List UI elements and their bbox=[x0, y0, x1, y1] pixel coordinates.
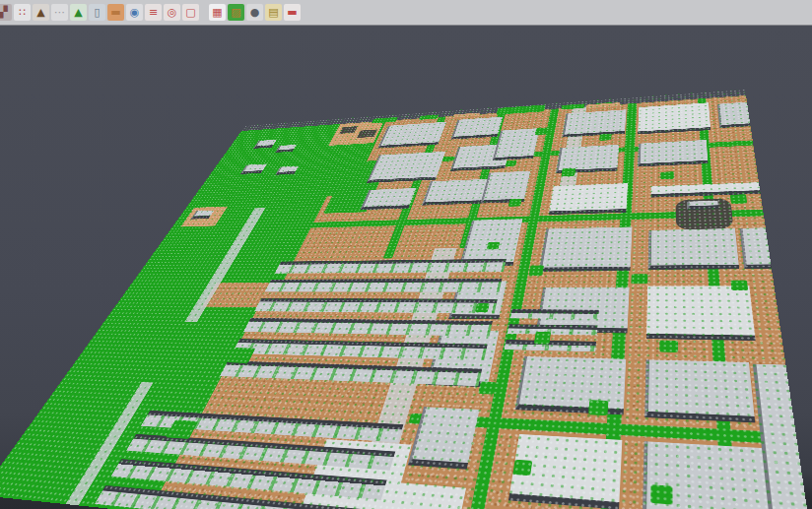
vegetation-patch bbox=[650, 484, 672, 504]
building-roof bbox=[562, 109, 626, 137]
building-roof bbox=[646, 286, 756, 341]
vegetation-patch bbox=[730, 281, 748, 291]
vegetation-patch bbox=[631, 274, 647, 284]
greenhouse-roof bbox=[510, 309, 599, 319]
classify-tool-icon[interactable]: ▞ bbox=[0, 4, 12, 21]
class-points-icon: ∷ bbox=[19, 4, 26, 21]
building-roof bbox=[481, 171, 531, 204]
building-roof bbox=[539, 226, 633, 271]
ground-patch-icon[interactable]: ▬ bbox=[107, 4, 124, 21]
class-points-icon[interactable]: ∷ bbox=[14, 4, 31, 21]
building-roof bbox=[717, 102, 751, 128]
vegetation-patch bbox=[478, 381, 496, 394]
building-roof bbox=[515, 356, 627, 414]
profile-lines-icon[interactable]: ≡ bbox=[145, 4, 162, 21]
classified-raster-icon[interactable]: ▨ bbox=[228, 4, 244, 21]
vegetation-patch bbox=[659, 341, 678, 352]
app-window: ▞∷▲⋯▲▯▬◉≡◎▢▦▨●▤▬ bbox=[0, 0, 812, 509]
vegetation-patch bbox=[535, 128, 549, 135]
vegetation-patch bbox=[730, 194, 747, 204]
building-roof bbox=[549, 183, 628, 215]
building-roof bbox=[493, 128, 540, 160]
greenhouse-roof bbox=[265, 279, 503, 292]
sphere-icon[interactable]: ● bbox=[246, 4, 263, 21]
vegetation-patch bbox=[588, 400, 608, 415]
vegetation-hill-icon: ▲ bbox=[74, 4, 82, 21]
sparse-points-icon: ⋯ bbox=[54, 4, 65, 21]
measure-sheet-icon[interactable]: ▤ bbox=[265, 4, 282, 21]
building-roof bbox=[648, 228, 740, 270]
target-circle-icon[interactable]: ◎ bbox=[164, 4, 180, 21]
vegetation-patch bbox=[660, 171, 673, 179]
select-region-icon: ▢ bbox=[185, 4, 195, 21]
ground-patch-icon: ▬ bbox=[110, 4, 120, 21]
vegetation-patch bbox=[512, 460, 532, 476]
grid-checker-icon[interactable]: ▦ bbox=[209, 4, 226, 21]
building-roof bbox=[451, 117, 503, 140]
vegetation-hill-icon[interactable]: ▲ bbox=[70, 4, 87, 21]
vegetation-patch bbox=[506, 159, 517, 165]
greenhouse-roof bbox=[254, 298, 498, 314]
building-slab-icon: ▯ bbox=[94, 4, 100, 21]
vegetation-patch bbox=[599, 134, 612, 141]
vegetation-patch bbox=[508, 199, 522, 207]
profile-lines-icon: ≡ bbox=[149, 4, 158, 21]
terrain-mound-icon[interactable]: ▲ bbox=[33, 4, 49, 21]
building-roof bbox=[360, 188, 416, 210]
main-toolbar: ▞∷▲⋯▲▯▬◉≡◎▢▦▨●▤▬ bbox=[0, 0, 812, 26]
building-roof bbox=[644, 359, 755, 422]
vegetation-patch bbox=[561, 168, 575, 176]
vegetation-patch bbox=[534, 332, 551, 345]
vegetation-patch bbox=[487, 242, 501, 250]
building-roof bbox=[638, 102, 710, 134]
terrain-mound-icon: ▲ bbox=[36, 4, 44, 21]
vegetation-patch bbox=[528, 266, 544, 277]
greenhouse-roof bbox=[275, 259, 507, 274]
vegetation-patch bbox=[475, 303, 490, 312]
building-roof bbox=[367, 152, 445, 183]
building-roof bbox=[687, 201, 718, 210]
target-circle-icon: ◎ bbox=[168, 4, 177, 21]
building-slab-icon[interactable]: ▯ bbox=[89, 4, 105, 21]
greenhouse-roof bbox=[508, 324, 598, 335]
classified-raster-icon: ▨ bbox=[231, 4, 240, 21]
grid-checker-icon: ▦ bbox=[212, 4, 222, 21]
globe-icon[interactable]: ◉ bbox=[126, 4, 143, 21]
select-region-icon[interactable]: ▢ bbox=[182, 4, 199, 21]
globe-icon: ◉ bbox=[130, 4, 140, 21]
striped-flag-icon: ▬ bbox=[287, 4, 297, 21]
sparse-points-icon[interactable]: ⋯ bbox=[51, 4, 68, 21]
building-roof bbox=[638, 140, 709, 166]
measure-sheet-icon: ▤ bbox=[268, 4, 278, 21]
building-roof bbox=[377, 122, 446, 149]
classify-tool-icon: ▞ bbox=[0, 4, 8, 21]
sphere-icon: ● bbox=[250, 4, 260, 21]
striped-flag-icon[interactable]: ▬ bbox=[284, 4, 301, 21]
